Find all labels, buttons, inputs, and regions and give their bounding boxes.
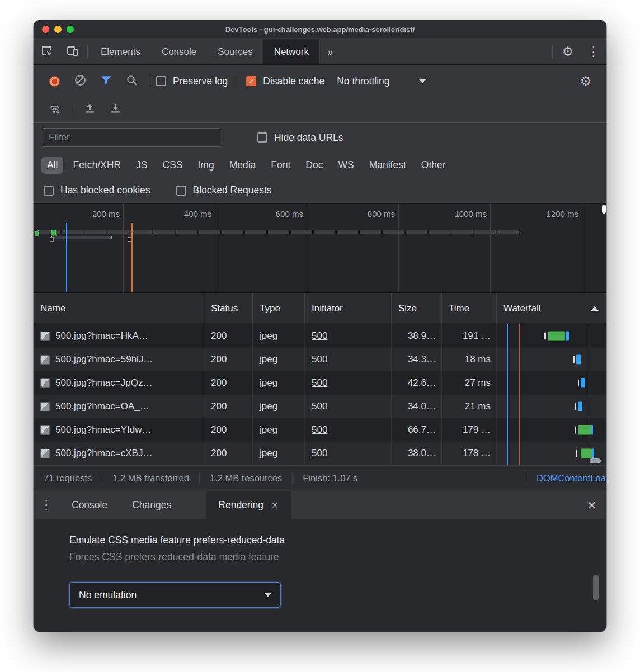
cell-time: 191 … <box>442 324 497 348</box>
device-toolbar-button[interactable] <box>59 39 85 64</box>
filter-input[interactable] <box>43 128 220 147</box>
overview-tick-label: 600 ms <box>276 209 303 219</box>
has-blocked-cookies-checkbox[interactable]: Has blocked cookies <box>44 184 150 196</box>
network-conditions-button[interactable] <box>41 97 67 122</box>
filter-chip-js[interactable]: JS <box>130 157 153 174</box>
filter-chip-css[interactable]: CSS <box>157 157 188 174</box>
table-horizontal-scrollbar-thumb[interactable] <box>590 458 601 463</box>
table-row[interactable]: 500.jpg?hmac=YIdw… 200 jpeg 500 66.7… 17… <box>34 418 606 442</box>
toolbar-spacer <box>341 39 550 64</box>
tab-sources[interactable]: Sources <box>207 39 263 64</box>
request-name: 500.jpg?hmac=59hlJ… <box>55 354 153 365</box>
overview-tick-label: 200 ms <box>92 209 120 219</box>
gear-icon: ⚙ <box>580 75 592 88</box>
cell-type: jpeg <box>253 324 305 348</box>
tab-console[interactable]: Console <box>151 39 207 64</box>
table-row[interactable]: 500.jpg?hmac=JpQz… 200 jpeg 500 42.6… 27… <box>34 371 606 395</box>
throttling-select[interactable]: No throttling <box>337 75 425 87</box>
cell-name: 500.jpg?hmac=OA_… <box>34 395 204 418</box>
preserve-log-checkbox[interactable]: Preserve log <box>156 75 228 87</box>
drawer-tab-console[interactable]: Console <box>59 491 120 519</box>
export-har-button[interactable] <box>102 97 128 122</box>
close-tab-icon[interactable]: ✕ <box>271 500 279 510</box>
cell-status: 200 <box>204 418 253 442</box>
column-header-type[interactable]: Type <box>253 293 305 324</box>
waterfall-segment-download <box>581 378 585 388</box>
table-row[interactable]: 500.jpg?hmac=HkA… 200 jpeg 500 38.9… 191… <box>34 324 606 348</box>
waterfall-segment-download <box>578 402 582 411</box>
waterfall-load-line <box>519 395 520 418</box>
funnel-filter-icon <box>99 73 113 89</box>
close-drawer-button[interactable]: ✕ <box>577 491 606 519</box>
waterfall-segment-wait <box>548 332 564 341</box>
network-settings-button[interactable]: ⚙ <box>573 65 599 97</box>
initiator-link[interactable]: 500 <box>312 330 327 342</box>
disable-cache-checkbox[interactable]: Disable cache <box>246 75 324 87</box>
more-tabs-button[interactable]: » <box>319 39 341 64</box>
clear-network-log-button[interactable] <box>67 65 93 97</box>
cell-name: 500.jpg?hmac=cXBJ… <box>34 442 204 465</box>
cell-type: jpeg <box>253 442 305 465</box>
cell-type: jpeg <box>253 418 305 442</box>
filter-toggle-button[interactable] <box>93 65 119 97</box>
summary-dom-content-loaded: DOMContentLoad <box>526 473 606 484</box>
filter-chip-ws[interactable]: WS <box>332 157 359 174</box>
waterfall-bar <box>497 371 606 395</box>
emulation-select-value: No emulation <box>79 589 137 601</box>
tab-label: Sources <box>218 46 252 58</box>
tab-elements[interactable]: Elements <box>90 39 151 64</box>
cell-status: 200 <box>204 371 253 395</box>
hide-data-urls-checkbox[interactable]: Hide data URLs <box>257 132 343 144</box>
minimize-window-button[interactable] <box>54 26 62 33</box>
drawer-menu-button[interactable]: ⋮ <box>34 491 59 519</box>
filter-chip-manifest[interactable]: Manifest <box>364 157 412 174</box>
network-toolbar: Preserve log Disable cache No throttling… <box>34 65 606 97</box>
drawer-tab-rendering[interactable]: Rendering ✕ <box>206 491 290 519</box>
overview-gridline <box>215 204 215 292</box>
initiator-link[interactable]: 500 <box>312 448 327 459</box>
cell-size: 34.0… <box>392 395 442 418</box>
initiator-link[interactable]: 500 <box>312 354 327 365</box>
filter-chip-img[interactable]: Img <box>192 157 219 174</box>
column-header-initiator[interactable]: Initiator <box>305 293 392 324</box>
import-har-button[interactable] <box>77 97 102 122</box>
waterfall-segment-wait <box>581 449 592 458</box>
network-overview-timeline[interactable]: 200 ms 400 ms 600 ms 800 ms 1000 ms 1200… <box>34 204 606 293</box>
window-titlebar: DevTools - gui-challenges.web.app/media-… <box>34 20 606 39</box>
blocked-requests-checkbox[interactable]: Blocked Requests <box>176 184 272 196</box>
drawer-tab-changes[interactable]: Changes <box>120 491 183 519</box>
filter-chip-media[interactable]: Media <box>224 157 262 174</box>
initiator-link[interactable]: 500 <box>312 377 327 389</box>
column-header-time[interactable]: Time <box>442 293 497 324</box>
cell-size: 34.3… <box>392 348 442 371</box>
table-row[interactable]: 500.jpg?hmac=OA_… 200 jpeg 500 34.0… 21 … <box>34 395 606 418</box>
column-header-status[interactable]: Status <box>204 293 253 324</box>
filter-chip-other[interactable]: Other <box>416 157 451 174</box>
devtools-settings-button[interactable]: ⚙ <box>555 39 581 64</box>
toolbar-divider <box>150 74 150 88</box>
record-network-log-button[interactable] <box>41 65 67 97</box>
column-header-waterfall[interactable]: Waterfall <box>497 293 606 324</box>
tab-network[interactable]: Network <box>263 39 319 64</box>
overview-gridline <box>582 204 582 292</box>
initiator-link[interactable]: 500 <box>312 424 327 436</box>
filter-chip-font[interactable]: Font <box>265 157 296 174</box>
filter-chip-fetch-xhr[interactable]: Fetch/XHR <box>67 157 126 174</box>
close-window-button[interactable] <box>42 26 49 33</box>
overview-scrollbar-thumb[interactable] <box>602 205 606 214</box>
filter-chip-all[interactable]: All <box>41 157 63 174</box>
devtools-menu-button[interactable]: ⋮ <box>581 39 606 64</box>
search-button[interactable] <box>119 65 144 97</box>
zoom-window-button[interactable] <box>67 26 74 33</box>
emulation-select[interactable]: No emulation <box>69 582 281 608</box>
column-header-size[interactable]: Size <box>392 293 442 324</box>
checkbox-box <box>156 76 166 86</box>
inspect-element-button[interactable] <box>34 39 59 64</box>
column-header-name[interactable]: Name <box>34 293 204 324</box>
table-row[interactable]: 500.jpg?hmac=59hlJ… 200 jpeg 500 34.3… 1… <box>34 348 606 371</box>
table-row[interactable]: 500.jpg?hmac=cXBJ… 200 jpeg 500 38.0… 17… <box>34 442 606 465</box>
drawer-scrollbar-thumb[interactable] <box>593 575 599 600</box>
waterfall-segment-download <box>566 332 570 341</box>
filter-chip-doc[interactable]: Doc <box>300 157 328 174</box>
initiator-link[interactable]: 500 <box>312 401 327 412</box>
